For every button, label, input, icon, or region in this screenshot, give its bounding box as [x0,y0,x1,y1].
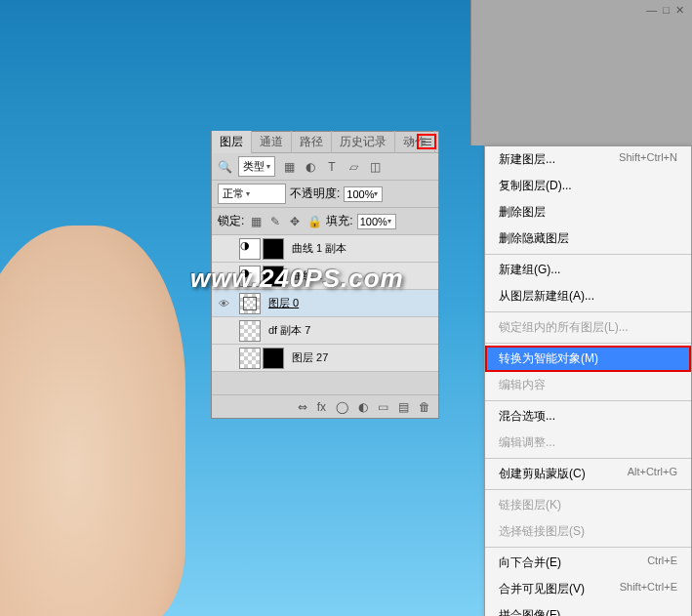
menu-lock-group: 锁定组内的所有图层(L)... [485,314,691,341]
menu-separator [485,400,691,401]
layer-row-selected[interactable]: 👁 图层 0 [212,290,438,317]
new-layer-icon[interactable]: ▤ [398,400,409,414]
chevron-down-icon: ▾ [387,217,391,226]
menu-separator [485,489,691,490]
menu-link-layers: 链接图层(K) [485,492,691,518]
layer-name[interactable]: 图层 27 [288,350,328,365]
smart-object-thumb [239,293,261,314]
panel-tabs-header: 图层 通道 路径 历史记录 动作 « [212,132,438,153]
layer-name[interactable]: df 副本 7 [265,323,310,338]
blend-mode-select[interactable]: 正常 ▾ [218,184,286,204]
filter-smart-icon[interactable]: ◫ [367,159,383,175]
menu-delete-layer[interactable]: 删除图层 [485,199,691,226]
menu-edit-adjustment: 编辑调整... [485,430,691,456]
adjustment-thumb: ◑ [239,238,261,260]
fx-icon[interactable]: fx [317,400,326,414]
menu-separator [485,458,691,459]
layer-thumb [239,348,261,369]
minimize-icon[interactable]: — [646,4,657,17]
opacity-value: 100% [346,188,374,200]
layer-row[interactable]: ◑ 曲线 1 [212,263,438,290]
chevron-down-icon: ▾ [246,189,250,198]
trash-icon[interactable]: 🗑 [419,400,430,414]
chevron-down-icon: ▾ [374,189,378,198]
lock-all-icon[interactable]: 🔒 [306,214,322,229]
menu-duplicate-layer[interactable]: 复制图层(D)... [485,173,691,199]
fill-value: 100% [360,216,387,227]
filter-type-select[interactable]: 类型 ▾ [238,156,275,177]
lock-position-icon[interactable]: ✥ [287,214,303,229]
menu-blending-options[interactable]: 混合选项... [485,403,691,430]
lock-label: 锁定: [218,213,244,229]
restore-icon[interactable]: □ [663,4,670,17]
fill-label: 填充: [326,213,352,229]
hand-image [0,226,185,616]
filter-row: 🔍 类型 ▾ ▦ ◐ T ▱ ◫ [212,153,438,181]
menu-convert-smart-object[interactable]: 转换为智能对象(M) [485,346,691,372]
layer-row[interactable]: df 副本 7 [212,317,438,345]
layer-name[interactable]: 曲线 1 [288,268,322,283]
canvas-gray-area: — □ ✕ [470,0,692,145]
menu-separator [485,343,691,344]
lock-transparency-icon[interactable]: ▦ [248,214,264,229]
menu-separator [485,311,691,312]
menu-edit-contents: 编辑内容 [485,372,691,398]
blend-row: 正常 ▾ 不透明度: 100% ▾ [212,181,438,208]
chevron-down-icon: ▾ [266,162,270,171]
blend-mode-value: 正常 [223,186,244,201]
tab-history[interactable]: 历史记录 [332,131,395,153]
opacity-input[interactable]: 100% ▾ [344,186,383,202]
fill-input[interactable]: 100% ▾ [357,214,396,229]
filter-shape-icon[interactable]: ▱ [346,159,361,175]
layer-row[interactable]: 图层 27 [212,345,438,372]
menu-clipping-mask[interactable]: 创建剪贴蒙版(C) Alt+Ctrl+G [485,461,691,487]
filter-type-label: 类型 [243,159,265,174]
panel-menu-button[interactable] [417,134,436,149]
folder-icon[interactable]: ▭ [378,400,388,414]
menu-separator [485,254,691,255]
menu-merge-visible[interactable]: 合并可见图层(V) Shift+Ctrl+E [485,576,691,602]
doc-window-controls: — □ ✕ [646,4,684,17]
menu-merge-down[interactable]: 向下合并(E) Ctrl+E [485,550,691,576]
visibility-toggle[interactable]: 👁 [212,298,235,309]
mask-thumb [263,238,284,260]
lock-pixels-icon[interactable]: ✎ [267,214,283,229]
tab-paths[interactable]: 路径 [292,131,332,153]
lock-row: 锁定: ▦ ✎ ✥ 🔒 填充: 100% ▾ [212,208,438,235]
menu-new-group[interactable]: 新建组(G)... [485,257,691,283]
tab-layers[interactable]: 图层 [212,131,252,153]
layer-row[interactable]: ◑ 曲线 1 副本 [212,235,438,263]
close-icon[interactable]: ✕ [675,4,684,17]
menu-delete-hidden[interactable]: 删除隐藏图层 [485,226,691,252]
layer-name[interactable]: 图层 0 [265,296,299,310]
layer-thumb [239,320,261,342]
menu-new-layer[interactable]: 新建图层... Shift+Ctrl+N [485,146,691,173]
panel-footer: ⇔ fx ◯ ◐ ▭ ▤ 🗑 [212,394,438,418]
opacity-label: 不透明度: [290,185,340,202]
layers-panel: 图层 通道 路径 历史记录 动作 « 🔍 类型 ▾ ▦ ◐ T ▱ ◫ 正常 ▾… [211,131,439,419]
link-icon[interactable]: ⇔ [298,400,307,414]
menu-separator [485,547,691,548]
mask-thumb [263,348,284,369]
tab-channels[interactable]: 通道 [252,131,292,153]
panel-collapse-icon[interactable]: « [409,135,415,146]
mask-thumb [263,266,284,287]
menu-group-from-layers[interactable]: 从图层新建组(A)... [485,283,691,309]
adjustment-icon[interactable]: ◐ [358,400,368,414]
layer-panel-context-menu: 新建图层... Shift+Ctrl+N 复制图层(D)... 删除图层 删除隐… [484,145,692,616]
filter-pixel-icon[interactable]: ▦ [281,159,297,175]
filter-adjust-icon[interactable]: ◐ [303,159,318,175]
menu-flatten[interactable]: 拼合图像(F) [485,602,691,616]
search-icon: 🔍 [218,160,232,174]
layer-name[interactable]: 曲线 1 副本 [288,241,346,256]
layer-list: ◑ 曲线 1 副本 ◑ 曲线 1 👁 图层 0 df 副本 7 图层 27 [212,235,438,372]
menu-select-linked: 选择链接图层(S) [485,518,691,545]
mask-icon[interactable]: ◯ [336,400,348,414]
filter-text-icon[interactable]: T [324,159,340,175]
adjustment-thumb: ◑ [239,266,261,287]
